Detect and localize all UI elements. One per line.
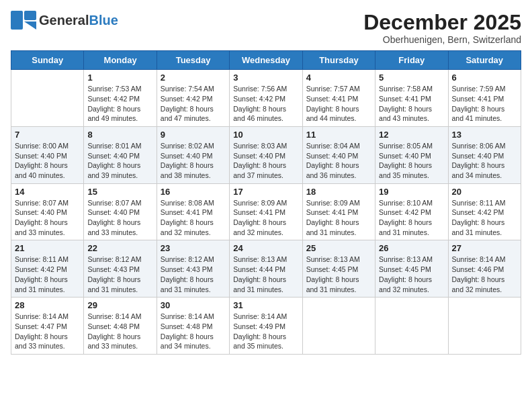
day-number: 15: [87, 187, 152, 197]
day-number: 20: [452, 187, 517, 197]
day-number: 24: [233, 243, 298, 253]
day-number: 26: [379, 243, 444, 253]
page-header: GeneralBlue December 2025 Oberhuenigen, …: [11, 11, 521, 45]
calendar-table: SundayMondayTuesdayWednesdayThursdayFrid…: [11, 50, 521, 355]
day-number: 12: [379, 130, 444, 140]
day-info: Sunrise: 8:10 AMSunset: 4:42 PMDaylight:…: [379, 198, 444, 238]
svg-rect-0: [11, 11, 23, 30]
svg-marker-2: [24, 21, 36, 30]
day-info: Sunrise: 8:00 AMSunset: 4:40 PMDaylight:…: [15, 141, 80, 181]
logo-icon: [11, 11, 36, 30]
calendar-cell: 8Sunrise: 8:01 AMSunset: 4:40 PMDaylight…: [84, 126, 157, 183]
day-number: 21: [15, 243, 80, 253]
calendar-cell: [302, 298, 375, 355]
weekday-header-monday: Monday: [84, 51, 157, 70]
day-info: Sunrise: 8:01 AMSunset: 4:40 PMDaylight:…: [87, 141, 152, 181]
day-info: Sunrise: 8:12 AMSunset: 4:43 PMDaylight:…: [161, 255, 226, 294]
calendar-week-row: 7Sunrise: 8:00 AMSunset: 4:40 PMDaylight…: [11, 126, 521, 183]
calendar-cell: 3Sunrise: 7:56 AMSunset: 4:42 PMDaylight…: [230, 70, 302, 127]
weekday-header-sunday: Sunday: [11, 51, 84, 70]
calendar-cell: 22Sunrise: 8:12 AMSunset: 4:43 PMDayligh…: [84, 240, 157, 298]
calendar-cell: 9Sunrise: 8:02 AMSunset: 4:40 PMDaylight…: [157, 126, 229, 183]
day-info: Sunrise: 8:14 AMSunset: 4:48 PMDaylight:…: [87, 312, 152, 351]
day-info: Sunrise: 8:06 AMSunset: 4:40 PMDaylight:…: [452, 141, 517, 181]
calendar-cell: [448, 298, 521, 355]
calendar-cell: 21Sunrise: 8:11 AMSunset: 4:42 PMDayligh…: [11, 240, 84, 298]
calendar-cell: 31Sunrise: 8:14 AMSunset: 4:49 PMDayligh…: [230, 298, 302, 355]
calendar-cell: 7Sunrise: 8:00 AMSunset: 4:40 PMDaylight…: [11, 126, 84, 183]
logo: GeneralBlue: [11, 11, 118, 30]
calendar-cell: 4Sunrise: 7:57 AMSunset: 4:41 PMDaylight…: [302, 70, 375, 127]
weekday-header-saturday: Saturday: [448, 51, 521, 70]
logo-general-text: General: [39, 13, 89, 28]
day-info: Sunrise: 7:58 AMSunset: 4:41 PMDaylight:…: [379, 84, 444, 124]
day-info: Sunrise: 8:14 AMSunset: 4:48 PMDaylight:…: [161, 312, 226, 351]
day-info: Sunrise: 8:13 AMSunset: 4:45 PMDaylight:…: [306, 255, 371, 294]
day-number: 10: [233, 130, 298, 140]
calendar-cell: 16Sunrise: 8:08 AMSunset: 4:41 PMDayligh…: [157, 183, 229, 240]
month-title: December 2025: [363, 11, 521, 34]
day-info: Sunrise: 8:14 AMSunset: 4:47 PMDaylight:…: [15, 312, 80, 351]
svg-rect-1: [24, 11, 36, 20]
calendar-cell: 1Sunrise: 7:53 AMSunset: 4:42 PMDaylight…: [84, 70, 157, 127]
day-number: 19: [379, 187, 444, 197]
calendar-cell: 14Sunrise: 8:07 AMSunset: 4:40 PMDayligh…: [11, 183, 84, 240]
day-number: 30: [161, 300, 226, 310]
calendar-cell: 5Sunrise: 7:58 AMSunset: 4:41 PMDaylight…: [375, 70, 448, 127]
day-number: 6: [452, 73, 517, 83]
calendar-cell: 10Sunrise: 8:03 AMSunset: 4:40 PMDayligh…: [230, 126, 302, 183]
day-number: 29: [87, 300, 152, 310]
day-number: 23: [161, 243, 226, 253]
day-number: 2: [161, 73, 226, 83]
day-info: Sunrise: 7:57 AMSunset: 4:41 PMDaylight:…: [306, 84, 371, 124]
day-number: 18: [306, 187, 371, 197]
day-number: 4: [306, 73, 371, 83]
calendar-cell: [11, 70, 84, 127]
day-info: Sunrise: 8:07 AMSunset: 4:40 PMDaylight:…: [87, 198, 152, 238]
day-info: Sunrise: 8:04 AMSunset: 4:40 PMDaylight:…: [306, 141, 371, 181]
day-info: Sunrise: 8:02 AMSunset: 4:40 PMDaylight:…: [161, 141, 226, 181]
day-info: Sunrise: 8:07 AMSunset: 4:40 PMDaylight:…: [15, 198, 80, 238]
day-number: 7: [15, 130, 80, 140]
calendar-cell: [375, 298, 448, 355]
day-info: Sunrise: 8:13 AMSunset: 4:44 PMDaylight:…: [233, 255, 298, 294]
day-number: 14: [15, 187, 80, 197]
day-info: Sunrise: 7:59 AMSunset: 4:41 PMDaylight:…: [452, 84, 517, 124]
calendar-cell: 29Sunrise: 8:14 AMSunset: 4:48 PMDayligh…: [84, 298, 157, 355]
day-number: 25: [306, 243, 371, 253]
day-number: 11: [306, 130, 371, 140]
calendar-cell: 17Sunrise: 8:09 AMSunset: 4:41 PMDayligh…: [230, 183, 302, 240]
calendar-cell: 26Sunrise: 8:13 AMSunset: 4:45 PMDayligh…: [375, 240, 448, 298]
logo-blue-text: Blue: [89, 13, 118, 28]
calendar-cell: 2Sunrise: 7:54 AMSunset: 4:42 PMDaylight…: [157, 70, 229, 127]
calendar-cell: 23Sunrise: 8:12 AMSunset: 4:43 PMDayligh…: [157, 240, 229, 298]
day-info: Sunrise: 7:53 AMSunset: 4:42 PMDaylight:…: [87, 84, 152, 124]
calendar-week-row: 14Sunrise: 8:07 AMSunset: 4:40 PMDayligh…: [11, 183, 521, 240]
day-info: Sunrise: 8:12 AMSunset: 4:43 PMDaylight:…: [87, 255, 152, 294]
day-number: 22: [87, 243, 152, 253]
day-number: 13: [452, 130, 517, 140]
day-info: Sunrise: 8:05 AMSunset: 4:40 PMDaylight:…: [379, 141, 444, 181]
day-number: 27: [452, 243, 517, 253]
calendar-cell: 30Sunrise: 8:14 AMSunset: 4:48 PMDayligh…: [157, 298, 229, 355]
calendar-cell: 15Sunrise: 8:07 AMSunset: 4:40 PMDayligh…: [84, 183, 157, 240]
title-block: December 2025 Oberhuenigen, Bern, Switze…: [363, 11, 521, 45]
calendar-cell: 18Sunrise: 8:09 AMSunset: 4:41 PMDayligh…: [302, 183, 375, 240]
day-info: Sunrise: 8:09 AMSunset: 4:41 PMDaylight:…: [233, 198, 298, 238]
day-number: 9: [161, 130, 226, 140]
calendar-cell: 13Sunrise: 8:06 AMSunset: 4:40 PMDayligh…: [448, 126, 521, 183]
calendar-week-row: 21Sunrise: 8:11 AMSunset: 4:42 PMDayligh…: [11, 240, 521, 298]
day-info: Sunrise: 8:08 AMSunset: 4:41 PMDaylight:…: [161, 198, 226, 238]
day-info: Sunrise: 8:11 AMSunset: 4:42 PMDaylight:…: [15, 255, 80, 294]
location-text: Oberhuenigen, Bern, Switzerland: [363, 34, 521, 45]
calendar-header-row: SundayMondayTuesdayWednesdayThursdayFrid…: [11, 51, 521, 70]
weekday-header-wednesday: Wednesday: [230, 51, 302, 70]
weekday-header-friday: Friday: [375, 51, 448, 70]
calendar-cell: 6Sunrise: 7:59 AMSunset: 4:41 PMDaylight…: [448, 70, 521, 127]
day-number: 31: [233, 300, 298, 310]
day-info: Sunrise: 7:54 AMSunset: 4:42 PMDaylight:…: [161, 84, 226, 124]
calendar-cell: 11Sunrise: 8:04 AMSunset: 4:40 PMDayligh…: [302, 126, 375, 183]
calendar-cell: 19Sunrise: 8:10 AMSunset: 4:42 PMDayligh…: [375, 183, 448, 240]
day-info: Sunrise: 7:56 AMSunset: 4:42 PMDaylight:…: [233, 84, 298, 124]
weekday-header-tuesday: Tuesday: [157, 51, 229, 70]
